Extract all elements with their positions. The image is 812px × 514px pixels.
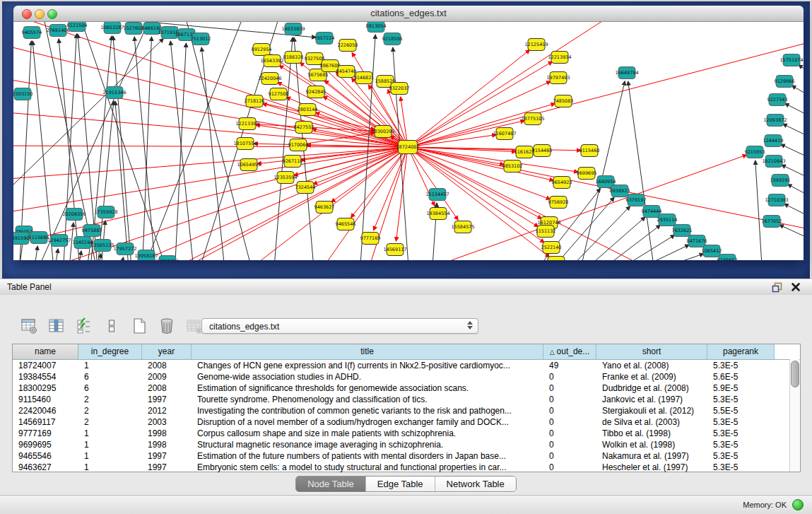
graph-node[interactable]: 9146821 — [354, 72, 375, 84]
graph-node[interactable]: 19384554 — [426, 208, 449, 220]
column-header-pagerank[interactable]: pagerank — [707, 344, 775, 359]
graph-node[interactable]: 12213399 — [235, 118, 259, 130]
graph-node[interactable]: 16543392 — [260, 55, 283, 67]
graph-node[interactable]: 9127508 — [269, 88, 289, 100]
graph-node[interactable]: 2935114 — [657, 214, 678, 226]
scrollbar-thumb[interactable] — [791, 361, 799, 387]
graph-node[interactable]: 8813054 — [366, 22, 387, 33]
network-window-titlebar[interactable]: citations_edges.txt — [13, 6, 804, 22]
graph-node[interactable]: 9115460 — [579, 145, 600, 157]
float-panel-icon[interactable] — [772, 282, 782, 293]
graph-node[interactable]: 8322037 — [389, 83, 410, 95]
graph-node[interactable]: 1145194 — [73, 237, 93, 249]
table-row[interactable]: 1456911722003Disruption of a novel membe… — [13, 416, 800, 428]
graph-node[interactable]: 9267110 — [283, 156, 303, 168]
graph-node[interactable]: 21915346 — [102, 87, 126, 99]
graph-node[interactable]: 2522140 — [541, 242, 562, 254]
column-header-short[interactable]: short — [596, 344, 707, 359]
tab-node-table[interactable]: Node Table — [296, 477, 365, 491]
graph-node[interactable]: 8912954 — [252, 44, 272, 56]
graph-node[interactable]: 2226058 — [338, 40, 358, 52]
graph-node[interactable]: 9405574 — [22, 27, 42, 39]
graph-node[interactable]: 15584575 — [451, 221, 474, 233]
citation-graph[interactable]: 9405574276914068121504106532871527602646… — [13, 22, 804, 260]
show-columns-icon[interactable] — [47, 317, 66, 335]
graph-node[interactable]: 10653287 — [100, 22, 124, 34]
graph-node[interactable]: 9170064 — [288, 139, 309, 151]
vertical-scrollbar[interactable] — [789, 359, 799, 472]
graph-node[interactable]: 7324544 — [295, 182, 316, 194]
graph-node[interactable]: 20206556 — [62, 209, 86, 221]
column-stack-icon[interactable] — [102, 317, 121, 335]
graph-node[interactable]: 9242845 — [306, 86, 326, 98]
graph-node[interactable]: 9215953 — [745, 146, 765, 158]
column-header-in_degree[interactable]: in_degree — [78, 344, 142, 359]
graph-node[interactable]: 10654955 — [237, 159, 260, 171]
graph-node[interactable]: 12125419 — [524, 39, 548, 51]
graph-node[interactable]: 17359928 — [94, 206, 117, 218]
graph-node[interactable]: 9129966 — [775, 76, 795, 88]
graph-node[interactable]: 391590 — [13, 233, 29, 245]
table-row[interactable]: 1872400712008Changes of HCN gene express… — [13, 360, 800, 371]
graph-node[interactable]: 13505135 — [90, 240, 114, 252]
graph-node[interactable]: 14569117 — [383, 244, 406, 256]
graph-node[interactable]: 9245652 — [717, 255, 738, 261]
graph-node[interactable]: 9975887 — [82, 225, 102, 237]
table-row[interactable]: 946362711997Embryonic stem cells: a mode… — [13, 462, 800, 473]
graph-node[interactable]: 15134457 — [425, 189, 449, 201]
graph-node[interactable]: 9853102 — [502, 160, 523, 173]
graph-node[interactable]: 17957272 — [113, 243, 136, 255]
graph-node[interactable]: 22420046 — [258, 73, 281, 85]
graph-node[interactable]: 1599291 — [770, 175, 791, 187]
select-columns-icon[interactable] — [75, 317, 93, 335]
table-selector-dropdown[interactable]: citations_edges.txt — [201, 318, 478, 334]
table-row[interactable]: 946554611997Estimation of the future num… — [13, 450, 800, 462]
graph-node[interactable]: 18300295 — [371, 126, 394, 138]
graph-node[interactable]: 9465546 — [336, 218, 356, 230]
graph-node[interactable]: 16033839 — [281, 23, 305, 35]
graph-node[interactable]: 12213934 — [548, 52, 571, 64]
graph-node[interactable]: 2718126 — [245, 95, 265, 107]
graph-node[interactable]: 8186328 — [283, 52, 304, 64]
column-header-title[interactable]: title — [192, 344, 543, 359]
graph-node[interactable]: 16648794 — [615, 67, 638, 79]
table-settings-icon[interactable] — [20, 317, 38, 335]
graph-node[interactable]: 16210643 — [762, 156, 785, 168]
graph-node[interactable]: 9756928 — [548, 197, 569, 209]
graph-node[interactable]: 12942757 — [47, 235, 71, 247]
new-table-icon[interactable] — [130, 317, 148, 335]
memory-status-icon[interactable] — [792, 499, 804, 510]
network-canvas[interactable]: 9405574276914068121504106532871527602646… — [13, 22, 804, 260]
table-row[interactable]: 2242004622012Investigating the contribut… — [13, 405, 800, 416]
column-header-name[interactable]: name — [13, 344, 78, 359]
graph-node[interactable]: 1115686 — [29, 232, 49, 244]
graph-node[interactable]: 18107554 — [233, 138, 257, 150]
table-row[interactable]: 977716911998Corpus callosum shape and si… — [13, 428, 800, 439]
graph-node[interactable]: 7632621 — [672, 225, 693, 237]
graph-node[interactable]: 12093872 — [763, 115, 787, 127]
graph-node[interactable]: 12353594 — [273, 172, 297, 184]
graph-node[interactable]: 11607487 — [493, 128, 516, 140]
graph-node[interactable]: 18775105 — [521, 113, 544, 125]
graph-node[interactable]: 9227343 — [767, 94, 788, 106]
column-header-out_de[interactable]: △out_de... — [543, 344, 596, 359]
graph-node[interactable]: 8471676 — [687, 235, 707, 247]
graph-node[interactable]: 9699695 — [577, 168, 597, 180]
graph-node[interactable]: 9154465 — [532, 145, 553, 157]
graph-node[interactable]: 1065412 — [702, 245, 722, 257]
graph-node[interactable]: 12710393 — [765, 194, 788, 206]
graph-node[interactable]: 9654923 — [552, 177, 572, 189]
graph-node[interactable]: 15751074 — [779, 54, 803, 66]
table-row[interactable]: 969969511998Structural magnetic resonanc… — [13, 439, 800, 450]
table-row[interactable]: 1830029562008Estimation of significance … — [13, 382, 800, 394]
graph-node[interactable]: 7485083 — [553, 95, 574, 107]
graph-node[interactable]: 7513012 — [191, 33, 211, 45]
table-row[interactable]: 911546021997Tourette syndrome. Phenomeno… — [13, 394, 800, 405]
graph-node[interactable]: 1677052 — [762, 216, 782, 228]
graph-node[interactable]: 7857224 — [314, 33, 335, 45]
tab-network-table[interactable]: Network Table — [435, 477, 516, 491]
graph-node[interactable]: 9777169 — [360, 233, 381, 245]
graph-node[interactable]: 19797493 — [546, 72, 570, 84]
graph-node[interactable]: 1244419 — [763, 135, 784, 147]
tab-edge-table[interactable]: Edge Table — [365, 477, 435, 491]
